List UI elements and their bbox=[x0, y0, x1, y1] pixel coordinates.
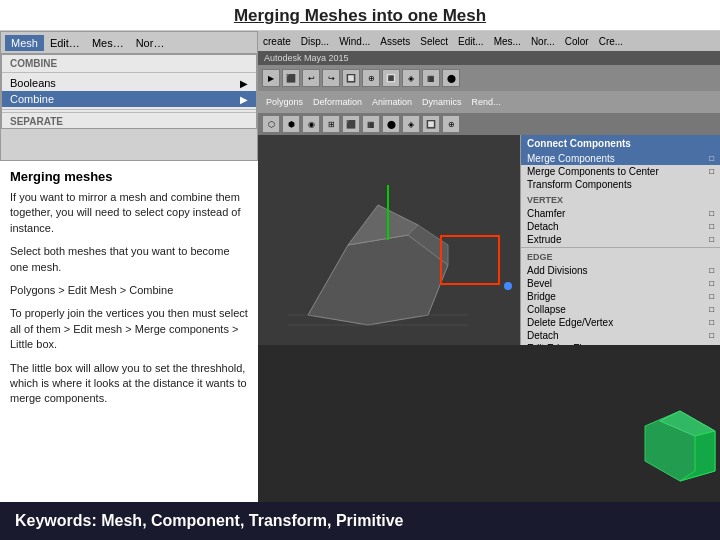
merge-components-item[interactable]: Merge Components □ bbox=[521, 152, 720, 165]
divider-edge bbox=[521, 247, 720, 248]
selection-rect bbox=[440, 235, 500, 285]
divider2 bbox=[2, 109, 256, 110]
r-cre[interactable]: Cre... bbox=[594, 35, 628, 48]
left-panel: Mesh Edit… Mes… Nor… COMBINE Booleans ▶ … bbox=[0, 31, 258, 524]
detach-vertex-item[interactable]: Detach□ bbox=[521, 220, 720, 233]
booleans-item[interactable]: Booleans ▶ bbox=[2, 75, 256, 91]
animation-label: Animation bbox=[368, 97, 416, 107]
right-viewport: create Disp... Wind... Assets Select Edi… bbox=[258, 31, 720, 524]
icon-btn-5[interactable]: ⬛ bbox=[342, 115, 360, 133]
right-dropdown-menu: Connect Components Merge Components □ Me… bbox=[520, 135, 720, 345]
menu-item-nor[interactable]: Nor… bbox=[130, 35, 171, 51]
toolbar-strip-1: ▶ ⬛ ↩ ↪ 🔲 ⊕ 🔳 ◈ ▦ ⬤ bbox=[258, 65, 720, 91]
menu-item-mes[interactable]: Mes… bbox=[86, 35, 130, 51]
viewport-3d: Connect Components Merge Components □ Me… bbox=[258, 135, 720, 345]
tb-btn-3[interactable]: ↩ bbox=[302, 69, 320, 87]
page-title: Merging Meshes into one Mesh bbox=[0, 6, 720, 26]
icon-btn-9[interactable]: 🔲 bbox=[422, 115, 440, 133]
r-assets[interactable]: Assets bbox=[375, 35, 415, 48]
r-wind[interactable]: Wind... bbox=[334, 35, 375, 48]
merge-to-center-item[interactable]: Merge Components to Center □ bbox=[521, 165, 720, 178]
icon-btn-10[interactable]: ⊕ bbox=[442, 115, 460, 133]
left-menu-screenshot: Mesh Edit… Mes… Nor… COMBINE Booleans ▶ … bbox=[0, 31, 258, 161]
tb-btn-8[interactable]: ◈ bbox=[402, 69, 420, 87]
detach-edge-item[interactable]: Detach□ bbox=[521, 329, 720, 342]
icon-btn-2[interactable]: ⬢ bbox=[282, 115, 300, 133]
paragraph4: To properly join the vertices you then m… bbox=[10, 306, 248, 352]
collapse-edge-item[interactable]: Collapse□ bbox=[521, 303, 720, 316]
tb-btn-6[interactable]: ⊕ bbox=[362, 69, 380, 87]
icon-btn-8[interactable]: ◈ bbox=[402, 115, 420, 133]
icon-toolbar: ⬡ ⬢ ◉ ⊞ ⬛ ▦ ⬤ ◈ 🔲 ⊕ bbox=[258, 113, 720, 135]
r-color[interactable]: Color bbox=[560, 35, 594, 48]
left-menu-bar: Mesh Edit… Mes… Nor… bbox=[1, 32, 257, 54]
bottom-keywords-bar: Keywords: Mesh, Component, Transform, Pr… bbox=[0, 502, 720, 540]
r-disp[interactable]: Disp... bbox=[296, 35, 334, 48]
main-layout: Mesh Edit… Mes… Nor… COMBINE Booleans ▶ … bbox=[0, 31, 720, 524]
r-nor[interactable]: Nor... bbox=[526, 35, 560, 48]
combine-item[interactable]: Combine ▶ bbox=[2, 91, 256, 107]
paragraph1: If you want to mirror a mesh and combine… bbox=[10, 190, 248, 236]
tb-btn-10[interactable]: ⬤ bbox=[442, 69, 460, 87]
tb-btn-1[interactable]: ▶ bbox=[262, 69, 280, 87]
transform-components-item[interactable]: Transform Components bbox=[521, 178, 720, 191]
vertex-section: VERTEX bbox=[521, 193, 720, 207]
icon-btn-7[interactable]: ⬤ bbox=[382, 115, 400, 133]
menu-item-edit[interactable]: Edit… bbox=[44, 35, 86, 51]
sub-toolbar: Polygons Deformation Animation Dynamics … bbox=[258, 91, 720, 113]
right-panel: create Disp... Wind... Assets Select Edi… bbox=[258, 31, 720, 524]
paragraph2: Select both meshes that you want to beco… bbox=[10, 244, 248, 275]
paragraph5: The little box will allow you to set the… bbox=[10, 361, 248, 407]
arrow-icon-combine: ▶ bbox=[240, 94, 248, 105]
check-icon2: □ bbox=[709, 167, 714, 176]
tb-btn-2[interactable]: ⬛ bbox=[282, 69, 300, 87]
edge-section: EDGE bbox=[521, 250, 720, 264]
arrow-icon: ▶ bbox=[240, 78, 248, 89]
extrude-vertex-item[interactable]: Extrude□ bbox=[521, 233, 720, 246]
bridge-edge-item[interactable]: Bridge□ bbox=[521, 290, 720, 303]
left-text-content: Merging meshes If you want to mirror a m… bbox=[0, 161, 258, 524]
separate-section-label: SEPARATE bbox=[2, 112, 256, 128]
rend-label: Rend... bbox=[468, 97, 505, 107]
polygon-label: Polygons bbox=[262, 97, 307, 107]
r-select[interactable]: Select bbox=[415, 35, 453, 48]
dropdown-header: Connect Components bbox=[521, 135, 720, 152]
icon-btn-6[interactable]: ▦ bbox=[362, 115, 380, 133]
tb-btn-5[interactable]: 🔲 bbox=[342, 69, 360, 87]
r-mes[interactable]: Mes... bbox=[489, 35, 526, 48]
edit-edge-flow-item[interactable]: Edit Edge Flow□ bbox=[521, 342, 720, 345]
vertex-dot bbox=[504, 282, 512, 290]
bevel-item[interactable]: Bevel□ bbox=[521, 277, 720, 290]
tb-btn-9[interactable]: ▦ bbox=[422, 69, 440, 87]
add-div-edge-item[interactable]: Add Divisions□ bbox=[521, 264, 720, 277]
title-bar: Merging Meshes into one Mesh bbox=[0, 0, 720, 31]
left-dropdown: COMBINE Booleans ▶ Combine ▶ SEPARATE bbox=[1, 54, 257, 129]
chamfer-item[interactable]: Chamfer□ bbox=[521, 207, 720, 220]
maya-title-bar: Autodesk Maya 2015 bbox=[258, 51, 720, 65]
icon-btn-1[interactable]: ⬡ bbox=[262, 115, 280, 133]
divider1 bbox=[2, 72, 256, 73]
3d-shape-decoration bbox=[640, 406, 720, 486]
keywords-text: Keywords: Mesh, Component, Transform, Pr… bbox=[15, 512, 404, 530]
combine-section-label: COMBINE bbox=[2, 55, 256, 70]
menu-item-mesh[interactable]: Mesh bbox=[5, 35, 44, 51]
merging-heading: Merging meshes bbox=[10, 169, 248, 184]
deformation-label: Deformation bbox=[309, 97, 366, 107]
dynamics-label: Dynamics bbox=[418, 97, 466, 107]
r-create[interactable]: create bbox=[258, 35, 296, 48]
delete-edge-item[interactable]: Delete Edge/Vertex□ bbox=[521, 316, 720, 329]
icon-btn-3[interactable]: ◉ bbox=[302, 115, 320, 133]
r-edit[interactable]: Edit... bbox=[453, 35, 489, 48]
right-menu-bar: create Disp... Wind... Assets Select Edi… bbox=[258, 31, 720, 51]
icon-btn-4[interactable]: ⊞ bbox=[322, 115, 340, 133]
check-icon: □ bbox=[709, 154, 714, 163]
tb-btn-7[interactable]: 🔳 bbox=[382, 69, 400, 87]
paragraph3: Polygons > Edit Mesh > Combine bbox=[10, 283, 248, 298]
tb-btn-4[interactable]: ↪ bbox=[322, 69, 340, 87]
